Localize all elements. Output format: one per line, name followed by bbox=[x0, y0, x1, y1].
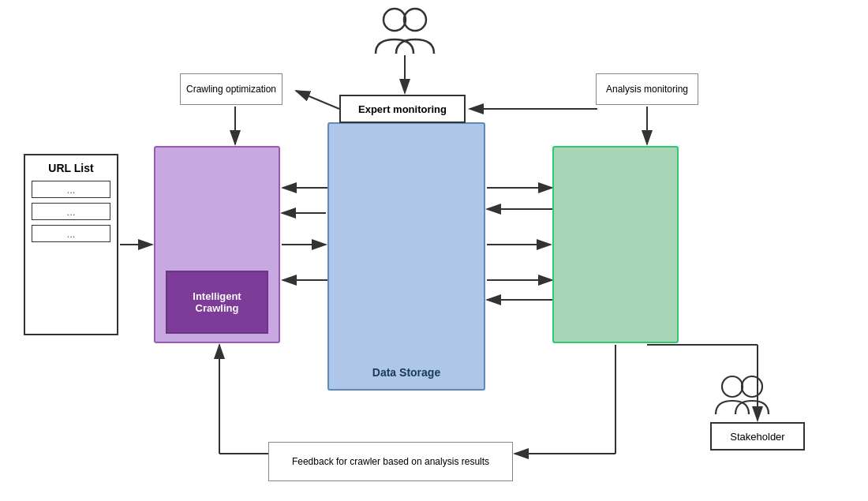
analysis-monitoring-text: Analysis monitoring bbox=[606, 84, 688, 95]
feedback-text: Feedback for crawler based on analysis r… bbox=[292, 456, 489, 467]
expert-monitoring-label: Expert monitoring bbox=[358, 103, 447, 115]
url-list-row-3: ... bbox=[32, 225, 110, 242]
url-list-box: URL List ... ... ... bbox=[24, 154, 118, 335]
svg-point-3 bbox=[404, 9, 426, 31]
intelligent-crawling-label: IntelligentCrawling bbox=[166, 271, 268, 334]
architecture-diagram: Relational doc. Oriented Websites Analys… bbox=[0, 0, 868, 501]
analysis-box bbox=[552, 146, 679, 343]
svg-point-2 bbox=[383, 9, 406, 31]
analysis-monitoring-label: Analysis monitoring bbox=[596, 73, 698, 105]
storage-label: Data Storage bbox=[372, 366, 440, 383]
url-list-row-2: ... bbox=[32, 203, 110, 220]
stakeholder-label: Stakeholder bbox=[730, 431, 784, 443]
feedback-label: Feedback for crawler based on analysis r… bbox=[268, 442, 513, 481]
storage-box: Data Storage bbox=[327, 122, 485, 391]
svg-line-5 bbox=[296, 91, 339, 109]
crawling-optimization-label: Crawling optimization bbox=[180, 73, 282, 105]
url-list-title: URL List bbox=[48, 162, 93, 174]
crawling-box: IntelligentCrawling bbox=[154, 146, 280, 343]
crawling-optimization-text: Crawling optimization bbox=[186, 84, 276, 95]
svg-point-25 bbox=[722, 376, 743, 397]
stakeholder-box: Stakeholder bbox=[710, 422, 805, 451]
expert-monitoring-box: Expert monitoring bbox=[339, 95, 466, 123]
svg-point-26 bbox=[742, 376, 762, 397]
url-list-row-1: ... bbox=[32, 181, 110, 198]
